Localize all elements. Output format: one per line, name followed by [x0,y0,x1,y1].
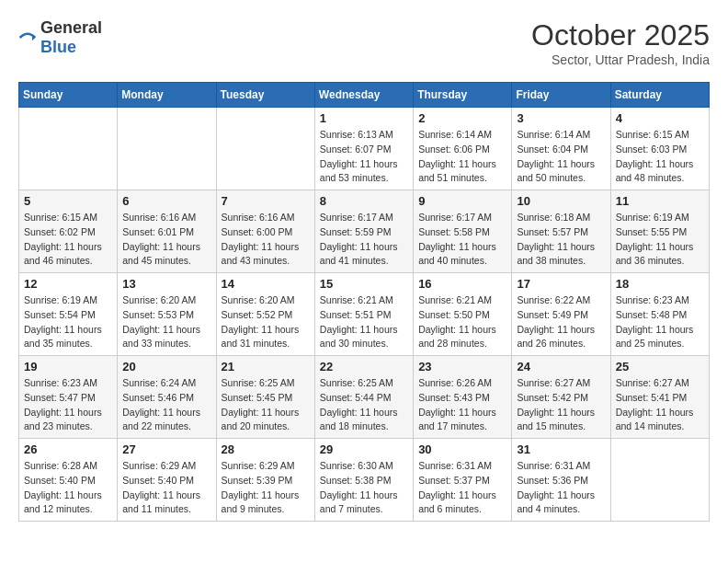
logo-blue-text: Blue [40,38,76,56]
weekday-header: Thursday [414,83,512,108]
day-info: Sunrise: 6:27 AMSunset: 5:42 PMDaylight:… [517,376,605,434]
calendar-week-row: 5Sunrise: 6:15 AMSunset: 6:02 PMDaylight… [19,190,710,273]
calendar-cell: 9Sunrise: 6:17 AMSunset: 5:58 PMDaylight… [414,190,512,273]
calendar-cell: 21Sunrise: 6:25 AMSunset: 5:45 PMDayligh… [216,356,314,439]
day-number: 22 [320,360,408,373]
calendar-cell: 28Sunrise: 6:29 AMSunset: 5:39 PMDayligh… [216,439,314,522]
day-info: Sunrise: 6:28 AMSunset: 5:40 PMDaylight:… [24,459,112,517]
day-info: Sunrise: 6:25 AMSunset: 5:45 PMDaylight:… [222,376,310,434]
day-number: 30 [418,442,506,456]
day-number: 11 [616,194,704,208]
day-number: 18 [616,277,704,291]
calendar-cell: 6Sunrise: 6:16 AMSunset: 6:01 PMDaylight… [118,190,216,273]
day-number: 1 [320,111,408,125]
day-number: 23 [418,360,506,373]
day-number: 8 [320,194,408,208]
day-number: 16 [418,277,506,291]
calendar-cell: 3Sunrise: 6:14 AMSunset: 6:04 PMDaylight… [512,108,610,190]
day-number: 6 [122,194,210,208]
calendar-cell: 1Sunrise: 6:13 AMSunset: 6:07 PMDaylight… [314,108,413,190]
day-number: 27 [122,442,210,456]
page-header: General Blue October 2025 Sector, Uttar … [18,18,710,67]
weekday-header: Sunday [19,83,118,108]
calendar-week-row: 1Sunrise: 6:13 AMSunset: 6:07 PMDaylight… [19,108,710,190]
calendar-cell: 13Sunrise: 6:20 AMSunset: 5:53 PMDayligh… [118,273,216,356]
calendar-cell: 23Sunrise: 6:26 AMSunset: 5:43 PMDayligh… [414,356,512,439]
day-info: Sunrise: 6:19 AMSunset: 5:54 PMDaylight:… [24,293,112,351]
day-info: Sunrise: 6:21 AMSunset: 5:51 PMDaylight:… [320,293,408,351]
day-info: Sunrise: 6:14 AMSunset: 6:06 PMDaylight:… [418,128,506,186]
calendar-cell: 8Sunrise: 6:17 AMSunset: 5:59 PMDaylight… [314,190,413,273]
day-number: 15 [320,277,408,291]
logo: General Blue [18,18,102,57]
day-info: Sunrise: 6:16 AMSunset: 6:00 PMDaylight:… [222,211,310,269]
day-info: Sunrise: 6:23 AMSunset: 5:48 PMDaylight:… [616,293,704,351]
day-number: 31 [517,442,605,456]
calendar-cell: 20Sunrise: 6:24 AMSunset: 5:46 PMDayligh… [118,356,216,439]
day-number: 25 [616,360,704,373]
calendar-cell: 31Sunrise: 6:31 AMSunset: 5:36 PMDayligh… [512,439,610,522]
weekday-header: Friday [512,83,610,108]
calendar-cell: 26Sunrise: 6:28 AMSunset: 5:40 PMDayligh… [19,439,118,522]
day-info: Sunrise: 6:13 AMSunset: 6:07 PMDaylight:… [320,128,408,186]
day-info: Sunrise: 6:17 AMSunset: 5:58 PMDaylight:… [418,211,506,269]
day-info: Sunrise: 6:21 AMSunset: 5:50 PMDaylight:… [418,293,506,351]
day-info: Sunrise: 6:19 AMSunset: 5:55 PMDaylight:… [616,211,704,269]
day-info: Sunrise: 6:24 AMSunset: 5:46 PMDaylight:… [122,376,210,434]
day-info: Sunrise: 6:15 AMSunset: 6:03 PMDaylight:… [616,128,704,186]
title-block: October 2025 Sector, Uttar Pradesh, Indi… [531,18,710,67]
calendar-cell: 5Sunrise: 6:15 AMSunset: 6:02 PMDaylight… [19,190,118,273]
calendar-cell: 19Sunrise: 6:23 AMSunset: 5:47 PMDayligh… [19,356,118,439]
calendar-cell: 25Sunrise: 6:27 AMSunset: 5:41 PMDayligh… [610,356,709,439]
day-number: 29 [320,442,408,456]
day-info: Sunrise: 6:16 AMSunset: 6:01 PMDaylight:… [122,211,210,269]
calendar-cell: 24Sunrise: 6:27 AMSunset: 5:42 PMDayligh… [512,356,610,439]
day-info: Sunrise: 6:20 AMSunset: 5:52 PMDaylight:… [222,293,310,351]
calendar-cell: 2Sunrise: 6:14 AMSunset: 6:06 PMDaylight… [414,108,512,190]
month-title: October 2025 [531,18,710,52]
calendar-week-row: 26Sunrise: 6:28 AMSunset: 5:40 PMDayligh… [19,439,710,522]
day-info: Sunrise: 6:25 AMSunset: 5:44 PMDaylight:… [320,376,408,434]
calendar-header-row: SundayMondayTuesdayWednesdayThursdayFrid… [19,83,710,108]
weekday-header: Tuesday [216,83,314,108]
day-number: 13 [122,277,210,291]
day-info: Sunrise: 6:17 AMSunset: 5:59 PMDaylight:… [320,211,408,269]
calendar-week-row: 19Sunrise: 6:23 AMSunset: 5:47 PMDayligh… [19,356,710,439]
calendar-table: SundayMondayTuesdayWednesdayThursdayFrid… [18,82,710,522]
day-info: Sunrise: 6:31 AMSunset: 5:37 PMDaylight:… [418,459,506,517]
day-number: 4 [616,111,704,125]
day-number: 10 [517,194,605,208]
calendar-cell: 11Sunrise: 6:19 AMSunset: 5:55 PMDayligh… [610,190,709,273]
day-info: Sunrise: 6:18 AMSunset: 5:57 PMDaylight:… [517,211,605,269]
calendar-cell: 12Sunrise: 6:19 AMSunset: 5:54 PMDayligh… [19,273,118,356]
day-number: 9 [418,194,506,208]
day-info: Sunrise: 6:27 AMSunset: 5:41 PMDaylight:… [616,376,704,434]
day-number: 17 [517,277,605,291]
day-number: 26 [24,442,112,456]
calendar-cell [19,108,118,190]
logo-general-text: General [40,18,102,37]
calendar-cell: 16Sunrise: 6:21 AMSunset: 5:50 PMDayligh… [414,273,512,356]
calendar-cell [216,108,314,190]
calendar-cell: 4Sunrise: 6:15 AMSunset: 6:03 PMDaylight… [610,108,709,190]
calendar-cell: 17Sunrise: 6:22 AMSunset: 5:49 PMDayligh… [512,273,610,356]
weekday-header: Saturday [610,83,709,108]
calendar-cell: 30Sunrise: 6:31 AMSunset: 5:37 PMDayligh… [414,439,512,522]
day-info: Sunrise: 6:30 AMSunset: 5:38 PMDaylight:… [320,459,408,517]
calendar-cell: 29Sunrise: 6:30 AMSunset: 5:38 PMDayligh… [314,439,413,522]
day-number: 21 [222,360,310,373]
calendar-cell: 27Sunrise: 6:29 AMSunset: 5:40 PMDayligh… [118,439,216,522]
day-info: Sunrise: 6:15 AMSunset: 6:02 PMDaylight:… [24,211,112,269]
calendar-cell: 15Sunrise: 6:21 AMSunset: 5:51 PMDayligh… [314,273,413,356]
day-number: 14 [222,277,310,291]
day-number: 12 [24,277,112,291]
calendar-cell: 7Sunrise: 6:16 AMSunset: 6:00 PMDaylight… [216,190,314,273]
day-number: 5 [24,194,112,208]
day-info: Sunrise: 6:31 AMSunset: 5:36 PMDaylight:… [517,459,605,517]
day-info: Sunrise: 6:26 AMSunset: 5:43 PMDaylight:… [418,376,506,434]
location-subtitle: Sector, Uttar Pradesh, India [531,52,710,67]
calendar-cell [610,439,709,522]
calendar-cell: 10Sunrise: 6:18 AMSunset: 5:57 PMDayligh… [512,190,610,273]
calendar-cell: 22Sunrise: 6:25 AMSunset: 5:44 PMDayligh… [314,356,413,439]
day-info: Sunrise: 6:22 AMSunset: 5:49 PMDaylight:… [517,293,605,351]
